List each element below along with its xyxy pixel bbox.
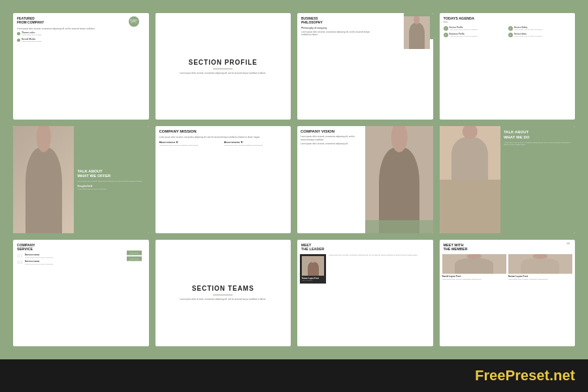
slide-8-img-top [440, 126, 500, 180]
slide-8-content: TALK ABOUTWHAT WE DO Lorem ipsum dolor s… [500, 126, 575, 233]
service-label-1: Service name [25, 253, 54, 256]
service-desc-2: Lorem ipsum dolor sit amet consectetur [25, 263, 54, 265]
item-1-desc: Lorem ipsum dolor sit amet [22, 34, 41, 36]
item-2-content: Social Media Lorem ipsum dolor sit amet [22, 38, 41, 42]
mission-a: About mission 'A' Lorem ipsum dolor sit … [159, 141, 222, 146]
slide-meet-leader: MEETTHE LEADER Susan Lopez Font CEO / Di… [297, 240, 433, 346]
slide-2-divider [213, 69, 233, 69]
slide-7-green-bar [365, 220, 433, 233]
item-1-content: Theme color Lorem ipsum dolor sit amet [22, 31, 41, 36]
service-item-2: 02 Service name Lorem ipsum dolor sit am… [17, 260, 145, 265]
slide-11-body: Susan Lopez Font CEO / Director Lorem ip… [297, 253, 433, 285]
watermark-bar: FreePreset.net [0, 359, 588, 392]
agenda-desc-2: Lorem ipsum dolor sit amet consectetur [514, 29, 543, 31]
person-image-5 [13, 126, 74, 233]
slide-7-desc: Lorem ipsum dolor sit amet, consectetur … [301, 135, 362, 140]
mission-b: About mission 'B' Lorem ipsum dolor sit … [224, 141, 287, 146]
slide-5-content: TALK ABOUTWHAT WE OFFER Lorem ipsum dolo… [74, 126, 148, 233]
slide-business-philosophy: BUSINESSPHILOSOPHY Philosophy of company… [297, 13, 433, 120]
slide-11-header: MEETTHE LEADER [297, 240, 433, 253]
item-dot-2 [17, 39, 20, 42]
slide-2-title: SECTION PROFILE [188, 59, 257, 66]
person-head-12b [532, 254, 548, 259]
member-1-name: David Lopez Font [442, 275, 506, 278]
slide-featured: FEATUREDFROM COMPANY 10 slides (PPT) Lor… [13, 13, 149, 120]
slide-12-member-img-1 [442, 254, 506, 274]
slide-7-title: COMPANY VISION [301, 129, 362, 133]
slide-4-title: TODAYS AGENDA [444, 16, 572, 20]
slide-12-member-1: David Lopez Font Lorem ipsum dolor sit a… [442, 254, 506, 280]
slide-1-item-1: Theme color Lorem ipsum dolor sit amet [17, 31, 145, 36]
service-content-2: Service name Lorem ipsum dolor sit amet … [25, 260, 54, 265]
agenda-content-2: Service Safety Lorem ipsum dolor sit ame… [514, 26, 543, 31]
slide-5-sub1-desc: Lorem ipsum dolor sit amet, consectetur [77, 188, 145, 190]
agenda-desc-4: Lorem ipsum dolor sit amet consectetur [514, 35, 543, 37]
slide-10-divider [213, 295, 233, 295]
slide-what-we-do: TALK ABOUTWHAT WE DO Lorem ipsum dolor s… [440, 126, 576, 233]
watermark-text: FreePreset.net [475, 367, 575, 384]
agenda-item-1: 1 Service Profile Lorem ipsum dolor sit … [444, 26, 506, 31]
slide-1-item-2: Social Media Lorem ipsum dolor sit amet [17, 38, 145, 42]
slide-9-title: COMPANYSERVICE [17, 243, 145, 251]
slide-6-body: Lorem ipsum dolor sit amet, consectetur … [155, 135, 291, 147]
slide-7-content: COMPANY VISION Lorem ipsum dolor sit ame… [297, 126, 365, 233]
slide-2-body: Lorem ipsum dolor sit amet, consectetur … [173, 72, 272, 74]
slide-10-title: SECTION TEAMS [192, 285, 254, 292]
person-head-12a [466, 254, 482, 259]
person-body-12a [455, 258, 493, 274]
slide-11-title: MEETTHE LEADER [301, 243, 429, 252]
agenda-content-1: Service Profile Lorem ipsum dolor sit am… [449, 26, 478, 31]
mission-a-label: About mission 'A' [159, 141, 222, 144]
person-silhouette-12b [508, 254, 572, 274]
member-1-desc: Lorem ipsum dolor sit amet, consectetur … [442, 278, 506, 280]
slide-11-profile-card: Susan Lopez Font CEO / Director [300, 254, 326, 284]
service-label-2: Service name [25, 260, 54, 263]
slide-12-header: MEET WITHTHE MEMBER [440, 240, 576, 253]
item-2-desc: Lorem ipsum dolor sit amet [22, 41, 41, 42]
mission-a-desc: Lorem ipsum dolor sit amet consectetur a… [159, 144, 222, 146]
slide-6-title: COMPANY MISSION [159, 129, 287, 133]
service-content-1: Service name Lorem ipsum dolor sit amet … [25, 253, 54, 259]
slide-5-desc: Lorem ipsum dolor sit amet, consectetur … [77, 180, 145, 183]
slide-4-agenda: 1 Service Profile Lorem ipsum dolor sit … [440, 25, 576, 39]
slide-3-photo [404, 16, 430, 49]
slide-11-desc-col: Lorem ipsum dolor sit amet, consectetur … [329, 254, 417, 284]
slide-5-title: TALK ABOUTWHAT WE OFFER [77, 169, 145, 178]
person-head-8a [463, 126, 477, 139]
slide-todays-agenda: TODAYS AGENDA 2024 1 Service Profile Lor… [440, 13, 576, 120]
slide-11-profile-img [302, 256, 324, 276]
agenda-item-4: 4 Service Ideas Lorem ipsum dolor sit am… [508, 33, 571, 37]
slide-section-teams: SECTION TEAMS Lorem ipsum dolor sit amet… [155, 240, 291, 346]
slide-1-title: FEATUREDFROM COMPANY [17, 16, 145, 24]
slide-3-subtitle: Philosophy of company [301, 27, 375, 30]
slide-8-images [440, 126, 500, 233]
agenda-num-2: 2 [508, 26, 513, 31]
person-silhouette-8a [440, 126, 500, 180]
slide-11-desc: Lorem ipsum dolor sit amet, consectetur … [329, 254, 417, 257]
slide-6-missions: About mission 'A' Lorem ipsum dolor sit … [159, 141, 287, 146]
slide-3-desc: Lorem ipsum dolor sit amet, consectetur … [301, 31, 375, 36]
service-num-2: 02 [17, 260, 23, 265]
slide-company-vision: COMPANY VISION Lorem ipsum dolor sit ame… [297, 126, 433, 233]
slide-company-mission: COMPANY MISSION Lorem ipsum dolor sit am… [155, 126, 291, 233]
slide-company-service: COMPANYSERVICE 01 Service name Lorem ips… [13, 240, 149, 346]
person-silhouette-12a [442, 254, 506, 274]
slide-8-img-bottom [440, 180, 500, 233]
person-silhouette-5 [13, 126, 74, 233]
slide-8-title: TALK ABOUTWHAT WE DO [504, 130, 572, 139]
agenda-content-4: Service Ideas Lorem ipsum dolor sit amet… [514, 33, 543, 37]
slide-11-role: CEO / Director [302, 280, 324, 282]
slide-3-body: Philosophy of company Lorem ipsum dolor … [297, 25, 379, 39]
person-body-8a [451, 137, 488, 180]
service-num-1: 01 [17, 253, 23, 259]
person-silhouette-7 [365, 126, 433, 233]
slide-12-member-img-2 [508, 254, 572, 274]
slide-1-circle-text: 10 slides (PPT) [129, 20, 139, 24]
watermark-highlight: Preset [506, 367, 549, 384]
agenda-num-3: 3 [444, 33, 448, 37]
person-silhouette-11 [302, 256, 324, 276]
watermark-suffix: .net [549, 367, 575, 384]
service-item-1: 01 Service name Lorem ipsum dolor sit am… [17, 253, 145, 259]
slide-section-profile: SECTION PROFILE Lorem ipsum dolor sit am… [155, 13, 291, 120]
person-head-11 [311, 258, 316, 263]
